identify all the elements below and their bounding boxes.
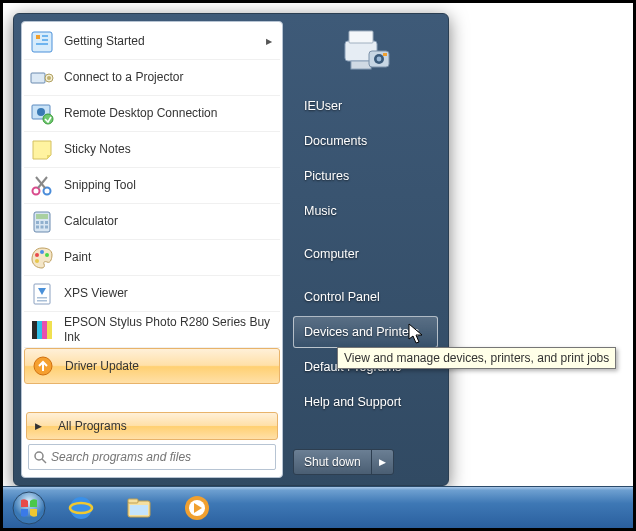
svg-point-7 bbox=[47, 76, 51, 80]
svg-point-45 bbox=[13, 492, 45, 524]
svg-rect-49 bbox=[128, 499, 138, 503]
svg-point-11 bbox=[33, 187, 40, 194]
program-driver-update[interactable]: Driver Update bbox=[24, 348, 280, 384]
svg-rect-40 bbox=[351, 61, 371, 69]
search-input[interactable] bbox=[51, 450, 269, 464]
rlink-pictures[interactable]: Pictures bbox=[293, 160, 438, 192]
svg-rect-1 bbox=[36, 35, 40, 39]
snipping-tool-icon bbox=[28, 172, 56, 200]
shutdown-button[interactable]: Shut down ▶ bbox=[293, 449, 394, 475]
svg-rect-4 bbox=[36, 43, 48, 45]
program-label: Remote Desktop Connection bbox=[64, 106, 276, 120]
program-xps-viewer[interactable]: XPS Viewer bbox=[24, 276, 280, 312]
devices-printers-icon bbox=[338, 24, 394, 80]
program-remote-desktop[interactable]: Remote Desktop Connection bbox=[24, 96, 280, 132]
paint-icon bbox=[28, 244, 56, 272]
svg-point-43 bbox=[376, 57, 381, 62]
rlink-help-support[interactable]: Help and Support bbox=[293, 386, 438, 418]
program-label: Sticky Notes bbox=[64, 142, 276, 156]
program-sticky-notes[interactable]: Sticky Notes bbox=[24, 132, 280, 168]
svg-point-25 bbox=[45, 253, 49, 257]
tooltip: View and manage devices, printers, and p… bbox=[337, 347, 616, 369]
getting-started-icon bbox=[28, 28, 56, 56]
calculator-icon bbox=[28, 208, 56, 236]
start-menu-right-panel: IEUser Documents Pictures Music Computer… bbox=[283, 14, 448, 485]
program-paint[interactable]: Paint bbox=[24, 240, 280, 276]
taskbar-explorer[interactable] bbox=[111, 490, 167, 526]
svg-point-24 bbox=[40, 250, 44, 254]
svg-rect-29 bbox=[37, 297, 47, 299]
svg-rect-50 bbox=[130, 505, 148, 515]
svg-rect-34 bbox=[47, 321, 52, 339]
svg-rect-22 bbox=[45, 225, 48, 228]
program-connect-projector[interactable]: Connect to a Projector bbox=[24, 60, 280, 96]
program-calculator[interactable]: Calculator bbox=[24, 204, 280, 240]
rlink-control-panel[interactable]: Control Panel bbox=[293, 281, 438, 313]
program-epson-buy-ink[interactable]: EPSON Stylus Photo R280 Series Buy Ink bbox=[24, 312, 280, 348]
svg-line-37 bbox=[42, 459, 46, 463]
xps-viewer-icon bbox=[28, 280, 56, 308]
svg-rect-33 bbox=[42, 321, 47, 339]
svg-rect-30 bbox=[37, 300, 47, 302]
svg-rect-44 bbox=[383, 53, 387, 56]
program-label: Driver Update bbox=[65, 359, 275, 373]
svg-rect-18 bbox=[41, 221, 44, 224]
program-getting-started[interactable]: Getting Started bbox=[24, 24, 280, 60]
svg-rect-32 bbox=[37, 321, 42, 339]
arrow-right-icon: ▶ bbox=[35, 421, 42, 431]
start-menu-left-panel: Getting Started Connect to a Projector R… bbox=[21, 21, 283, 478]
program-label: Paint bbox=[64, 250, 276, 264]
svg-rect-21 bbox=[41, 225, 44, 228]
taskbar-ie[interactable] bbox=[53, 490, 109, 526]
svg-rect-2 bbox=[42, 35, 48, 37]
svg-rect-19 bbox=[45, 221, 48, 224]
svg-point-12 bbox=[44, 187, 51, 194]
program-label: Snipping Tool bbox=[64, 178, 276, 192]
svg-point-9 bbox=[37, 108, 45, 116]
rlink-devices-printers[interactable]: Devices and Printers bbox=[293, 316, 438, 348]
taskbar-media-player[interactable] bbox=[169, 490, 225, 526]
all-programs-label: All Programs bbox=[58, 419, 127, 433]
program-label: XPS Viewer bbox=[64, 286, 276, 300]
program-label: Calculator bbox=[64, 214, 276, 228]
svg-rect-17 bbox=[36, 221, 39, 224]
start-button[interactable] bbox=[7, 489, 51, 527]
svg-point-46 bbox=[70, 497, 92, 519]
svg-rect-16 bbox=[36, 214, 48, 219]
projector-icon bbox=[28, 64, 56, 92]
rlink-music[interactable]: Music bbox=[293, 195, 438, 227]
shutdown-arrow-icon[interactable]: ▶ bbox=[371, 450, 393, 474]
svg-rect-20 bbox=[36, 225, 39, 228]
svg-point-36 bbox=[35, 452, 43, 460]
program-label: Getting Started bbox=[64, 34, 276, 48]
svg-rect-3 bbox=[42, 39, 48, 41]
sticky-notes-icon bbox=[28, 136, 56, 164]
program-snipping-tool[interactable]: Snipping Tool bbox=[24, 168, 280, 204]
driver-update-icon bbox=[29, 352, 57, 380]
search-icon bbox=[33, 450, 47, 464]
shutdown-row: Shut down ▶ bbox=[293, 449, 438, 475]
svg-point-23 bbox=[35, 253, 39, 257]
shutdown-label: Shut down bbox=[294, 455, 371, 469]
start-menu: Getting Started Connect to a Projector R… bbox=[13, 13, 449, 486]
rlink-documents[interactable]: Documents bbox=[293, 125, 438, 157]
svg-rect-5 bbox=[31, 73, 45, 83]
svg-point-26 bbox=[35, 259, 39, 263]
taskbar bbox=[3, 486, 633, 528]
all-programs[interactable]: ▶ All Programs bbox=[26, 412, 278, 440]
program-label: EPSON Stylus Photo R280 Series Buy Ink bbox=[64, 315, 276, 344]
svg-rect-31 bbox=[32, 321, 37, 339]
search-box[interactable] bbox=[28, 444, 276, 470]
epson-ink-icon bbox=[28, 316, 56, 344]
svg-rect-39 bbox=[349, 31, 373, 43]
program-label: Connect to a Projector bbox=[64, 70, 276, 84]
remote-desktop-icon bbox=[28, 100, 56, 128]
program-list: Getting Started Connect to a Projector R… bbox=[22, 22, 282, 409]
rlink-computer[interactable]: Computer bbox=[293, 238, 438, 270]
rlink-ieuser[interactable]: IEUser bbox=[293, 90, 438, 122]
